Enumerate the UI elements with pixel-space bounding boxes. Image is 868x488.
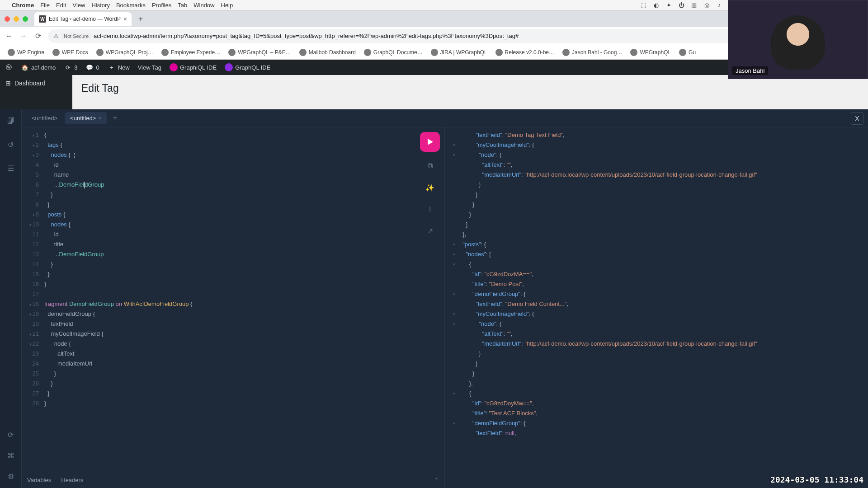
app-name[interactable]: Chrome: [12, 2, 34, 9]
bookmark-label: Gu: [689, 49, 696, 56]
status-icon[interactable]: ⏻: [677, 1, 685, 9]
recording-timestamp: 2024-03-05 11:33:04: [770, 475, 863, 484]
bookmark-item[interactable]: Release v2.0.0-be…: [492, 47, 557, 58]
bookmark-label: GraphQL Docume…: [373, 49, 423, 56]
updates-count[interactable]: ⟳3: [64, 63, 77, 71]
mac-menu-item[interactable]: History: [91, 2, 109, 9]
status-icon[interactable]: ◐: [652, 1, 660, 9]
close-ide-button[interactable]: X: [851, 112, 863, 125]
wp-logo[interactable]: ⓦ: [5, 63, 13, 71]
bookmark-favicon-icon: [364, 49, 371, 56]
site-name[interactable]: 🏠acf-demo: [21, 63, 56, 71]
back-button[interactable]: ←: [5, 32, 14, 40]
forward-button[interactable]: →: [19, 32, 28, 40]
query-tab-active[interactable]: <untitled>×: [65, 112, 107, 124]
wordpress-favicon-icon: W: [39, 15, 46, 23]
maximize-window-button[interactable]: [23, 16, 28, 22]
webcam-overlay: Jason Bahl: [728, 0, 868, 79]
share-icon[interactable]: ↗: [422, 223, 438, 239]
new-query-tab-button[interactable]: +: [109, 113, 121, 123]
bookmark-item[interactable]: Jason Bahl - Goog…: [559, 47, 625, 58]
mac-menu-item[interactable]: Help: [221, 2, 233, 9]
query-tab[interactable]: <untitled>: [26, 112, 63, 124]
bookmark-item[interactable]: WPGraphQL: [627, 47, 674, 58]
mac-menu-item[interactable]: Edit: [56, 2, 66, 9]
mac-menu-item[interactable]: Profiles: [152, 2, 171, 9]
result-pane[interactable]: "textField": "Demo Tag Text Field",▾ "my…: [445, 127, 868, 488]
new-content[interactable]: +New: [108, 63, 130, 71]
bookmark-item[interactable]: WPE Docs: [49, 47, 91, 58]
headers-tab[interactable]: Headers: [61, 477, 83, 483]
mac-menu-item[interactable]: View: [72, 2, 85, 9]
bookmark-label: WP Engine: [17, 49, 44, 56]
refetch-icon[interactable]: ⟳: [5, 429, 16, 440]
new-tab-button[interactable]: +: [135, 14, 146, 24]
bookmark-label: Jason Bahl - Goog…: [572, 49, 622, 56]
mac-menu-item[interactable]: Bookmarks: [116, 2, 146, 9]
bookmark-label: Employee Experie…: [171, 49, 220, 56]
reload-button[interactable]: ⟳: [33, 32, 42, 40]
page-title: Edit Tag: [81, 82, 859, 94]
settings-icon[interactable]: ⚙: [5, 471, 16, 482]
bookmark-item[interactable]: WP Engine: [5, 47, 47, 58]
bookmark-item[interactable]: Employee Experie…: [158, 47, 223, 58]
line-gutter: ▾1▾2▾345678▾9▾1011121314151617▾18▾1920▾2…: [22, 130, 42, 472]
bookmark-label: WPGraphQL – P&E…: [238, 49, 291, 56]
bookmark-favicon-icon: [630, 49, 637, 56]
query-editor[interactable]: ▾1▾2▾345678▾9▾1011121314151617▾18▾1920▾2…: [22, 127, 444, 472]
status-icon[interactable]: ▥: [690, 1, 698, 9]
bookmark-item[interactable]: Gu: [676, 47, 699, 58]
shortcuts-icon[interactable]: ⌘: [5, 450, 16, 461]
bookmark-item[interactable]: Mailbob Dashboard: [296, 47, 359, 58]
toggle-panel-icon[interactable]: ⌃: [434, 477, 439, 483]
bookmark-label: WPGraphQL: [640, 49, 671, 56]
graphiql-ide: 🗐 ↺ ☰ ⟳ ⌘ ⚙ <untitled> <untitled>× + X ▾…: [0, 109, 868, 488]
bookmark-favicon-icon: [299, 49, 307, 56]
variables-tab[interactable]: Variables: [27, 477, 51, 483]
explorer-icon[interactable]: ☰: [5, 163, 16, 174]
copy-query-icon[interactable]: ⧉: [422, 158, 438, 174]
bookmark-item[interactable]: JIRA | WPGraphQL: [428, 47, 491, 58]
ide-main: <untitled> <untitled>× + X ▾1▾2▾345678▾9…: [22, 109, 868, 488]
ide-tabs: <untitled> <untitled>× + X: [22, 109, 868, 127]
bookmark-label: WPGraphQL Proj…: [106, 49, 153, 56]
status-icon[interactable]: ✦: [665, 1, 673, 9]
bookmark-favicon-icon: [8, 49, 15, 56]
docs-icon[interactable]: 🗐: [5, 116, 16, 127]
webcam-person: [771, 15, 825, 70]
status-icon[interactable]: ◎: [703, 1, 711, 9]
bookmark-favicon-icon: [96, 49, 104, 56]
status-icon[interactable]: ⬚: [639, 1, 647, 9]
bookmark-item[interactable]: GraphQL Docume…: [361, 47, 426, 58]
run-query-button[interactable]: [420, 132, 440, 152]
merge-icon[interactable]: ⫴: [422, 202, 438, 217]
close-window-button[interactable]: [5, 16, 10, 22]
security-warning-icon[interactable]: ⚠: [53, 33, 59, 39]
graphiql-ide-link[interactable]: GraphiQL IDE: [170, 63, 217, 71]
bookmark-favicon-icon: [495, 49, 503, 56]
sidebar-item-dashboard[interactable]: ⊞ Dashboard: [0, 75, 72, 91]
prettify-icon[interactable]: ✨: [422, 180, 438, 195]
mac-menu-item[interactable]: Window: [193, 2, 214, 9]
view-tag[interactable]: View Tag: [138, 64, 161, 71]
mac-menu-item[interactable]: Tab: [178, 2, 187, 9]
bookmark-favicon-icon: [562, 49, 570, 56]
bookmark-item[interactable]: WPGraphQL – P&E…: [225, 47, 294, 58]
graphql-icon: [170, 63, 178, 71]
status-icon[interactable]: ♪: [715, 1, 723, 9]
close-tab-icon[interactable]: ×: [99, 115, 102, 122]
close-tab-icon[interactable]: ×: [123, 15, 127, 23]
secure-label: Not Secure: [61, 33, 91, 39]
comments-count[interactable]: 💬0: [85, 63, 99, 71]
bookmark-item[interactable]: WPGraphQL Proj…: [93, 47, 156, 58]
minimize-window-button[interactable]: [14, 16, 19, 22]
mac-menu-item[interactable]: File: [40, 2, 50, 9]
history-icon[interactable]: ↺: [5, 139, 16, 150]
dashboard-icon: ⊞: [5, 80, 11, 87]
query-editor-pane: ▾1▾2▾345678▾9▾1011121314151617▾18▾1920▾2…: [22, 127, 445, 488]
bookmark-label: WPE Docs: [62, 49, 88, 56]
query-code[interactable]: { tags { nodes { ¦ id name ...DemoFieldG…: [42, 130, 444, 472]
graphql-ide-link[interactable]: GraphQL IDE: [225, 63, 270, 71]
browser-tab[interactable]: W Edit Tag ‹ acf-demo — WordP ×: [34, 12, 132, 26]
bookmark-label: Mailbob Dashboard: [309, 49, 356, 56]
